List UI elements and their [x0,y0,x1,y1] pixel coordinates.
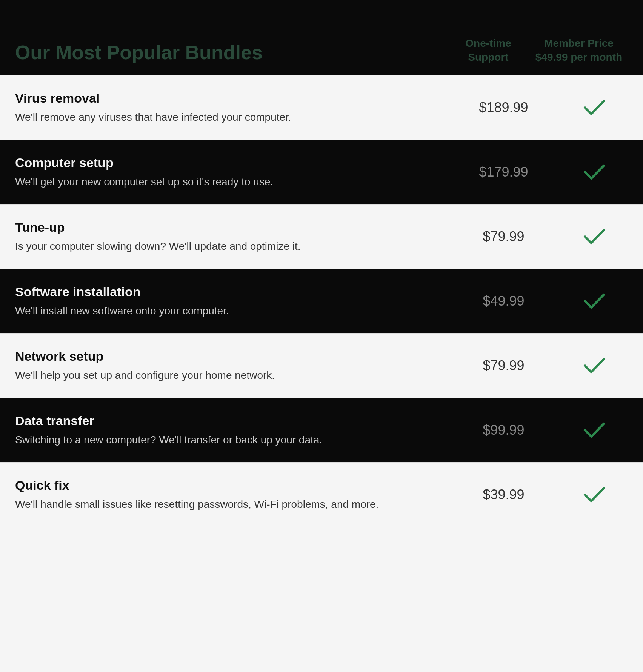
price-virus-removal: $189.99 [479,100,528,115]
table-row: Computer setup We'll get your new comput… [0,140,643,205]
check-cell-software-installation [545,269,643,333]
table-row: Virus removal We'll remove any viruses t… [0,75,643,140]
price-data-transfer: $99.99 [483,422,524,438]
check-cell-tune-up [545,205,643,269]
price-tune-up: $79.99 [483,229,524,245]
check-cell-computer-setup [545,140,643,204]
price-computer-setup: $179.99 [479,164,528,180]
service-name-network-setup: Network setup [15,349,447,364]
check-cell-data-transfer [545,398,643,462]
service-cell-software-installation: Software installation We'll install new … [0,269,462,333]
checkmark-icon-computer-setup [583,163,606,181]
service-cell-network-setup: Network setup We'll help you set up and … [0,334,462,398]
checkmark-icon-network-setup [583,356,606,375]
service-name-software-installation: Software installation [15,284,447,300]
checkmark-icon-quick-fix [583,485,606,504]
service-name-tune-up: Tune-up [15,220,447,235]
price-quick-fix: $39.99 [483,487,524,503]
service-cell-computer-setup: Computer setup We'll get your new comput… [0,140,462,204]
service-cell-tune-up: Tune-up Is your computer slowing down? W… [0,205,462,269]
check-cell-network-setup [545,334,643,398]
service-name-computer-setup: Computer setup [15,155,447,171]
service-cell-virus-removal: Virus removal We'll remove any viruses t… [0,75,462,140]
header-col2: Member Price $49.99 per month [530,37,628,64]
price-cell-virus-removal: $189.99 [462,75,545,140]
check-cell-virus-removal [545,75,643,140]
price-cell-quick-fix: $39.99 [462,463,545,527]
price-cell-software-installation: $49.99 [462,269,545,333]
service-desc-data-transfer: Switching to a new computer? We'll trans… [15,432,447,447]
price-cell-data-transfer: $99.99 [462,398,545,462]
table-row: Network setup We'll help you set up and … [0,334,643,398]
service-desc-virus-removal: We'll remove any viruses that have infec… [15,110,447,125]
service-name-virus-removal: Virus removal [15,91,447,106]
table-row: Tune-up Is your computer slowing down? W… [0,205,643,269]
price-network-setup: $79.99 [483,358,524,374]
checkmark-icon-software-installation [583,292,606,311]
service-cell-data-transfer: Data transfer Switching to a new compute… [0,398,462,462]
service-desc-computer-setup: We'll get your new computer set up so it… [15,174,447,189]
header-title: Our Most Popular Bundles [15,42,447,64]
page-wrapper: Our Most Popular Bundles One-time Suppor… [0,0,643,672]
table-row: Data transfer Switching to a new compute… [0,398,643,463]
price-cell-computer-setup: $179.99 [462,140,545,204]
check-cell-quick-fix [545,463,643,527]
service-name-data-transfer: Data transfer [15,413,447,429]
price-cell-tune-up: $79.99 [462,205,545,269]
service-desc-tune-up: Is your computer slowing down? We'll upd… [15,239,447,254]
header: Our Most Popular Bundles One-time Suppor… [0,0,643,75]
checkmark-icon-virus-removal [583,98,606,117]
service-name-quick-fix: Quick fix [15,478,447,493]
service-desc-network-setup: We'll help you set up and configure your… [15,368,447,383]
price-cell-network-setup: $79.99 [462,334,545,398]
service-desc-quick-fix: We'll handle small issues like resetting… [15,497,447,512]
service-desc-software-installation: We'll install new software onto your com… [15,303,447,318]
service-cell-quick-fix: Quick fix We'll handle small issues like… [0,463,462,527]
checkmark-icon-data-transfer [583,421,606,440]
checkmark-icon-tune-up [583,227,606,246]
table-row: Software installation We'll install new … [0,269,643,334]
services-table: Virus removal We'll remove any viruses t… [0,75,643,527]
price-software-installation: $49.99 [483,293,524,309]
header-col1: One-time Support [447,37,530,64]
table-row: Quick fix We'll handle small issues like… [0,463,643,527]
